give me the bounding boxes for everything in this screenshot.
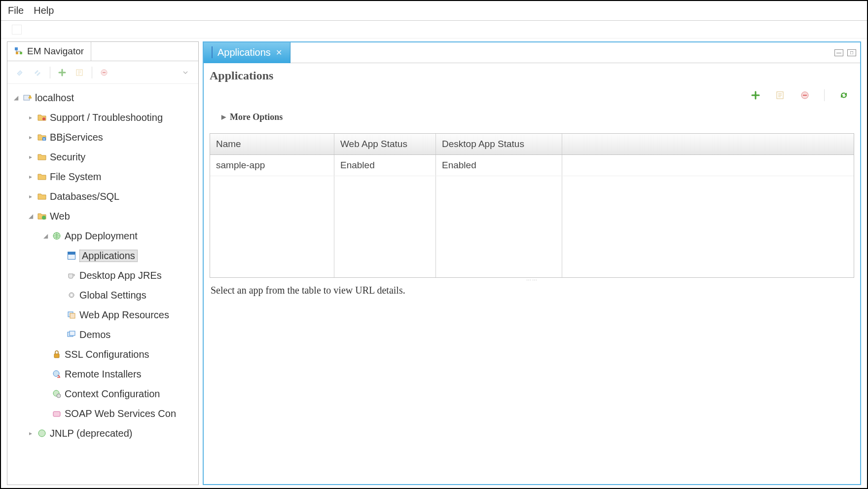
tree-node-support[interactable]: ▸ Support / Troubleshooting: [9, 108, 196, 127]
expand-icon[interactable]: ▸: [27, 134, 34, 141]
expand-icon[interactable]: ▸: [27, 430, 34, 437]
tree-label: Context Configuration: [65, 388, 160, 400]
expand-icon[interactable]: ▸: [27, 153, 34, 160]
svg-rect-22: [54, 354, 59, 358]
tree-label: SOAP Web Services Con: [65, 408, 176, 419]
svg-rect-19: [70, 313, 75, 318]
tree-label: localhost: [35, 92, 74, 104]
navigator-title: EM Navigator: [27, 46, 84, 57]
column-name[interactable]: Name: [210, 134, 334, 154]
tree-label: Remote Installers: [65, 369, 142, 380]
tree-node-localhost[interactable]: ◢ localhost: [9, 88, 196, 108]
edit-icon[interactable]: [74, 67, 86, 78]
menubar: File Help: [1, 1, 867, 21]
minimize-icon[interactable]: —: [834, 49, 843, 56]
tree-node-jres[interactable]: Desktop App JREs: [9, 265, 196, 285]
more-options-label: More Options: [230, 112, 283, 122]
menu-chevron-icon[interactable]: [180, 67, 191, 78]
applications-table: Name Web App Status Desktop App Status s…: [210, 133, 854, 278]
tree-node-ssl[interactable]: SSL Configurations: [9, 344, 196, 364]
add-icon[interactable]: [56, 67, 68, 78]
folder-gear-icon: [37, 113, 47, 122]
close-icon[interactable]: ✕: [276, 48, 282, 57]
lock-icon: [52, 349, 62, 359]
cell-deskstatus: Enabled: [436, 155, 562, 176]
column-webstatus[interactable]: Web App Status: [334, 134, 436, 154]
collapse-icon[interactable]: ◢: [42, 232, 49, 239]
tree-node-applications[interactable]: Applications: [9, 246, 196, 265]
expand-icon[interactable]: ▸: [27, 173, 34, 180]
remove-button[interactable]: [799, 90, 810, 101]
folder-icon: [37, 172, 47, 182]
tab-bar: Applications ✕ — □: [204, 42, 860, 63]
content-area: EM Navigator ◢ localhost ▸ Support / T: [1, 38, 867, 488]
tree-label: App Deployment: [65, 230, 138, 242]
column-deskstatus[interactable]: Desktop App Status: [436, 134, 562, 154]
navigator-panel: EM Navigator ◢ localhost ▸ Support / T: [7, 41, 199, 485]
expand-icon[interactable]: ▸: [27, 193, 34, 200]
add-button[interactable]: [750, 90, 761, 101]
tree-node-filesystem[interactable]: ▸ File System: [9, 167, 196, 187]
tree-node-globalsettings[interactable]: Global Settings: [9, 285, 196, 305]
tree-node-databases[interactable]: ▸ Databases/SQL: [9, 187, 196, 206]
expand-icon[interactable]: ◢: [12, 94, 19, 101]
tab-applications[interactable]: Applications ✕: [204, 42, 290, 63]
tree-node-bbj[interactable]: ▸ B BBjServices: [9, 127, 196, 147]
folder-web-icon: [37, 211, 47, 221]
tree-node-web[interactable]: ◢ Web: [9, 206, 196, 226]
expand-icon[interactable]: ▸: [27, 114, 34, 121]
tab-label: Applications: [217, 47, 271, 58]
edit-button[interactable]: [775, 90, 786, 101]
menu-help[interactable]: Help: [34, 5, 54, 16]
tree-node-remote[interactable]: Remote Installers: [9, 364, 196, 384]
tree-node-webresources[interactable]: Web App Resources: [9, 305, 196, 325]
tree-node-soap[interactable]: SOAP Web Services Con: [9, 404, 196, 423]
table-row[interactable]: sample-app Enabled Enabled: [210, 155, 854, 176]
column-spacer: [562, 134, 854, 154]
tree-node-demos[interactable]: Demos: [9, 325, 196, 344]
maximize-icon[interactable]: □: [847, 49, 856, 56]
divider: [50, 67, 50, 78]
navigator-filter-area: [91, 42, 198, 61]
svg-point-11: [42, 117, 45, 120]
tree-node-jnlp[interactable]: ▸ JNLP (deprecated): [9, 423, 196, 443]
cell-webstatus: Enabled: [334, 155, 436, 176]
applications-page: Applications ▶ More Options Name Web App…: [204, 63, 860, 484]
tree-label: Global Settings: [79, 290, 146, 301]
tree-label: File System: [50, 171, 101, 183]
tree-label: Databases/SQL: [50, 191, 119, 202]
navigator-tree[interactable]: ◢ localhost ▸ Support / Troubleshooting …: [7, 84, 198, 485]
gear-icon: [67, 290, 76, 300]
disconnect-icon[interactable]: [32, 67, 44, 78]
globe-arrow-icon: [52, 369, 62, 379]
connect-icon[interactable]: [14, 67, 26, 78]
navigator-icon: [14, 47, 23, 56]
navigator-tab[interactable]: EM Navigator: [7, 42, 91, 61]
cell-spacer: [562, 155, 854, 176]
tree-label: Security: [50, 151, 85, 163]
table-empty-area: [210, 176, 854, 277]
tree-label: BBjServices: [50, 132, 103, 143]
app-window-icon: [67, 251, 76, 261]
remove-icon[interactable]: [98, 67, 110, 78]
tree-label: Demos: [79, 329, 110, 340]
tree-node-context[interactable]: Context Configuration: [9, 384, 196, 404]
menu-file[interactable]: File: [8, 5, 24, 16]
windows-icon: [67, 330, 76, 339]
tree-label: Applications: [79, 250, 138, 262]
main-panel: Applications ✕ — □ Applications ▶ More O…: [203, 41, 861, 485]
soap-icon: [52, 409, 62, 418]
page-title: Applications: [208, 68, 856, 87]
chevron-right-icon: ▶: [221, 113, 226, 121]
more-options-toggle[interactable]: ▶ More Options: [208, 108, 856, 130]
tree-label: JNLP (deprecated): [50, 428, 133, 439]
splitter-grip[interactable]: ⋯⋯: [208, 278, 856, 282]
table-header: Name Web App Status Desktop App Status: [210, 134, 854, 155]
collapse-icon[interactable]: ◢: [27, 213, 34, 220]
main-toolbar: [1, 21, 867, 38]
svg-point-25: [57, 394, 61, 398]
table-body[interactable]: sample-app Enabled Enabled: [210, 155, 854, 277]
tree-node-appdeployment[interactable]: ◢ App Deployment: [9, 226, 196, 246]
tree-node-security[interactable]: ▸ Security: [9, 147, 196, 167]
refresh-button[interactable]: [838, 90, 849, 101]
